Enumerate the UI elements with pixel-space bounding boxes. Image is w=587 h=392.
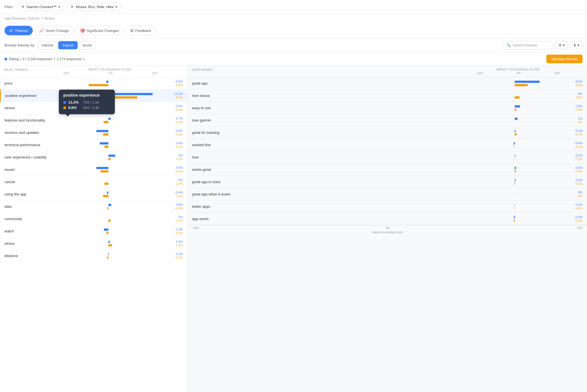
bottom-axis-min: -10% (192, 227, 199, 230)
tab-feedback[interactable]: ⊞ Feedback (125, 26, 156, 35)
pct-blue: 13.2% (174, 92, 183, 95)
settings-button[interactable]: ⚙ ▾ (555, 41, 568, 49)
chevron-down-icon-1: ▾ (58, 5, 60, 9)
theme-pct: -0.6%-5.8% (158, 80, 183, 87)
tab-significant-changes[interactable]: 🎯 Significant Changes (75, 26, 124, 35)
tooltip-dot-orange (63, 106, 66, 109)
theme-pct: -3.4%-0.6% (158, 104, 183, 111)
pct-blue: 0.7% (176, 117, 183, 120)
manage-themes-button[interactable]: Manage themes (546, 55, 583, 63)
theme-pct: -3.6%-2.3% (158, 166, 183, 173)
pct-header-right (560, 68, 583, 75)
tab-score-change[interactable]: 📈 Score Change (34, 26, 74, 35)
subtheme-row[interactable]: great app8.6%4.4% (188, 77, 587, 90)
browse-right: 🔍 Search themes ⚙ ▾ ⬇ ▾ (503, 41, 583, 49)
filter-strava[interactable]: ▼ Strava: Run, Ride, Hike ▾ (67, 3, 121, 11)
subtheme-name: love garmin (192, 118, 484, 122)
subtheme-pct: 0.3%0.7% (557, 129, 583, 136)
impact-title-right: Impact on average score (476, 68, 560, 71)
tooltip-pct-2: 8.6% (68, 106, 81, 110)
subtheme-row[interactable]: great app when it works0%0% (188, 188, 587, 200)
stats-bar: Rating = 3 • 2,244 responses • 2,174 res… (0, 52, 587, 66)
filter-garmin[interactable]: ▼ Garmin Connect™ ▾ (18, 3, 64, 11)
axis-max-right: 15% (554, 72, 560, 75)
theme-row[interactable]: data0.8%-0.3% (0, 200, 187, 213)
theme-row[interactable]: community0%0.7% (0, 213, 187, 225)
sub-pct-orange: -0.3% (574, 219, 583, 222)
theme-row[interactable]: distance0.2%-0.3% (0, 250, 187, 262)
bottom-axis-label: Impact on average score (188, 231, 587, 236)
theme-pct: 0%0.7% (158, 215, 183, 222)
sub-pct-blue: 0% (578, 92, 583, 95)
filter-garmin-label: Garmin Connect™ (26, 5, 57, 9)
download-button[interactable]: ⬇ ▾ (570, 41, 583, 49)
theme-row[interactable]: issues-3.6%-2.3% (0, 164, 187, 176)
browse-impact[interactable]: Impact (58, 41, 78, 49)
subtheme-row[interactable]: better apps0.1%0.1% (188, 200, 587, 213)
pct-orange: 0.7% (176, 157, 183, 161)
theme-name: features and functionality (4, 118, 74, 122)
tooltip-pct-1: 13.2% (68, 100, 81, 104)
tab-themes[interactable]: 🏷 Themes (4, 26, 33, 35)
pct-blue: 0.2% (176, 252, 183, 256)
subtheme-pct: 0%0% (557, 191, 583, 198)
subtheme-row[interactable]: worked fine-0.4%-0.1% (188, 139, 587, 151)
filter-label: Filter: (4, 5, 14, 9)
search-box[interactable]: 🔍 Search themes (503, 41, 553, 49)
subtheme-name: works great (192, 167, 484, 172)
theme-name: community (4, 217, 74, 221)
pct-orange: -1.2% (175, 182, 183, 185)
pct-orange: 0.7% (176, 219, 183, 222)
browse-score[interactable]: Score (78, 41, 96, 49)
subtheme-pct: 0.1%0.1% (557, 203, 583, 210)
subtheme-pct: 0.3%0.2% (557, 178, 583, 185)
theme-name: watch (4, 229, 74, 233)
pct-orange: -2.3% (175, 170, 183, 173)
theme-row[interactable]: using the app-0.4%-1.6% (0, 188, 187, 200)
pct-blue: -0.4% (175, 191, 183, 194)
tooltip-arrow (66, 114, 70, 116)
tooltip-count-2: 664 / 2.2k (83, 106, 99, 110)
pct-blue: -3.4% (175, 104, 183, 108)
pct-blue: -2.6% (175, 141, 183, 145)
theme-row[interactable]: technical performance-2.6%-1.2% (0, 139, 187, 151)
theme-row[interactable]: price-0.6%-5.8% (0, 77, 187, 90)
pct-blue: -0.6% (175, 80, 183, 83)
browse-tabs: Volume Impact Score (37, 41, 96, 49)
sub-pct-orange: 0% (578, 120, 583, 124)
subtheme-row[interactable]: great app to track0.3%0.2% (188, 176, 587, 188)
subtheme-row[interactable]: love0.2%0.1% (188, 151, 587, 164)
theme-row[interactable]: user experience / usability2%0.7% (0, 151, 187, 164)
theme-pct: 0.7%-1.4% (158, 117, 183, 124)
subtheme-row[interactable]: great for tracking0.3%0.7% (188, 127, 587, 139)
subtheme-name: worked fine (192, 143, 484, 147)
impact-axis-right: -10% 0% 15% (476, 72, 560, 75)
theme-name: data (4, 204, 74, 209)
tooltip-title: positive experience (63, 93, 110, 97)
sub-pct-blue: 1% (578, 117, 583, 120)
subtheme-name: better apps (192, 204, 484, 209)
subtheme-row[interactable]: app works-0.3%-0.3% (188, 213, 587, 225)
theme-row[interactable]: features and functionality0.7%-1.4% (0, 114, 187, 127)
theme-pct: -1.3%-0.6% (158, 228, 183, 235)
sub-pct-blue: 8.6% (576, 80, 583, 83)
subtheme-row[interactable]: love strava0%1.6% (188, 90, 587, 102)
subtheme-row[interactable]: easy to use1.8%0.5% (188, 102, 587, 114)
theme-name: cancel (4, 180, 74, 184)
subtheme-pct: 1%0% (557, 117, 583, 124)
subtheme-row[interactable]: love garmin1%0% (188, 114, 587, 127)
subtheme-pct: 0.2%0.1% (557, 154, 583, 161)
sub-pct-blue: 0% (578, 191, 583, 194)
pct-orange: -1.6% (175, 133, 183, 136)
theme-row[interactable]: versions and updates-3.6%-1.6% (0, 127, 187, 139)
sub-pct-orange: -0.1% (574, 145, 583, 148)
left-panel-header: BASE THEMES Impact on average score -10%… (0, 66, 187, 77)
pct-blue: -3.6% (175, 129, 183, 132)
theme-row[interactable]: cancel0%-1.2% (0, 176, 187, 188)
filter-bar: Filter: ▼ Garmin Connect™ ▾ ▼ Strava: Ru… (0, 0, 587, 14)
browse-volume[interactable]: Volume (37, 41, 58, 49)
theme-row[interactable]: watch-1.3%-0.6% (0, 225, 187, 237)
theme-row[interactable]: strava0.4%1.1% (0, 237, 187, 250)
subtheme-name: app works (192, 217, 484, 221)
subtheme-row[interactable]: works great0.5%0.4% (188, 164, 587, 176)
